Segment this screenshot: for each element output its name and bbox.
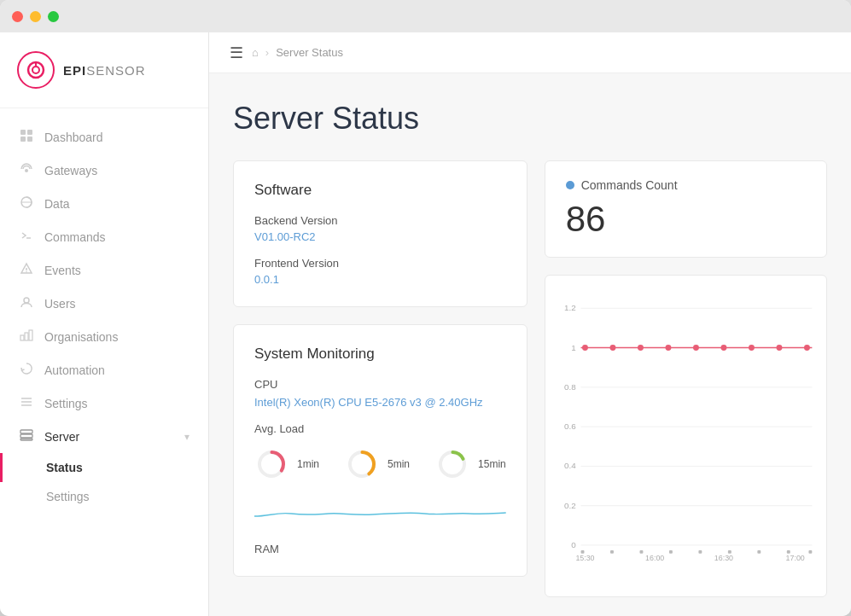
gauge-15min-label: 15min — [478, 458, 506, 470]
commands-chart-card: 1.2 1 0.8 0.6 0.4 0.2 0 — [545, 275, 827, 597]
left-column: Software Backend Version V01.00-RC2 Fron… — [233, 160, 528, 597]
server-settings-label: Settings — [46, 490, 90, 503]
main-content: ☰ ⌂ › Server Status Server Status Softwa… — [209, 32, 851, 616]
commands-label: Commands — [44, 230, 106, 244]
right-column: Commands Count 86 — [545, 160, 827, 597]
system-monitoring-card: System Monitoring CPU Intel(R) Xeon(R) C… — [233, 324, 528, 577]
server-caret-icon: ▾ — [184, 431, 189, 443]
svg-text:16:30: 16:30 — [714, 554, 733, 562]
svg-rect-22 — [20, 439, 32, 440]
page-area: Server Status Software Backend Version V… — [209, 73, 851, 616]
commands-count-label: Commands Count — [581, 178, 678, 192]
gauges-row: 1min 5min — [254, 447, 506, 481]
svg-rect-60 — [669, 550, 673, 554]
svg-text:16:00: 16:00 — [645, 554, 664, 562]
commands-icon — [19, 229, 34, 245]
sidebar-item-automation[interactable]: Automation — [0, 353, 208, 386]
sidebar-item-gateways[interactable]: Gateways — [0, 154, 208, 187]
gauge-15min: 15min — [435, 447, 506, 481]
gauge-5min-label: 5min — [388, 458, 410, 470]
frontend-value: 0.0.1 — [254, 273, 506, 286]
sidebar-item-settings[interactable]: Settings — [0, 386, 208, 420]
svg-rect-4 — [27, 130, 32, 135]
backend-value: V01.00-RC2 — [254, 230, 506, 243]
svg-text:17:00: 17:00 — [785, 554, 804, 562]
page-title: Server Status — [233, 101, 827, 137]
commands-count-card: Commands Count 86 — [545, 160, 827, 258]
home-icon[interactable]: ⌂ — [252, 46, 259, 59]
svg-point-48 — [693, 345, 699, 351]
svg-point-1 — [32, 67, 39, 73]
organisations-label: Organisations — [44, 330, 118, 344]
sidebar-item-commands[interactable]: Commands — [0, 220, 208, 253]
data-label: Data — [44, 197, 70, 211]
svg-text:1: 1 — [571, 343, 575, 352]
svg-rect-15 — [25, 333, 28, 340]
svg-text:15:30: 15:30 — [575, 554, 594, 562]
dashboard-icon — [19, 129, 34, 145]
breadcrumb-separator: › — [265, 46, 269, 59]
events-icon — [19, 262, 34, 278]
cpu-line-chart — [254, 495, 506, 529]
commands-dot — [566, 181, 574, 189]
events-label: Events — [44, 264, 81, 277]
sidebar-item-users[interactable]: Users — [0, 287, 208, 320]
sidebar: EPISENSOR Dashboard Gateways — [0, 32, 209, 616]
sidebar-item-data[interactable]: Data — [0, 187, 208, 220]
logo-area: EPISENSOR — [0, 32, 208, 108]
svg-point-51 — [776, 345, 782, 351]
svg-rect-21 — [20, 434, 32, 438]
software-card-title: Software — [254, 182, 506, 199]
sidebar-item-events[interactable]: Events — [0, 253, 208, 287]
automation-label: Automation — [44, 363, 105, 377]
svg-text:1.2: 1.2 — [564, 303, 576, 312]
server-label: Server — [44, 430, 79, 444]
frontend-label: Frontend Version — [254, 257, 506, 270]
gateways-icon — [19, 162, 34, 178]
breadcrumb: ⌂ › Server Status — [252, 46, 343, 59]
gauge-15min-arc — [435, 447, 469, 481]
svg-point-46 — [638, 345, 644, 351]
menu-toggle-button[interactable]: ☰ — [230, 44, 243, 62]
svg-text:0.8: 0.8 — [564, 382, 576, 392]
ram-label: RAM — [254, 543, 506, 555]
commands-count-value: 86 — [566, 199, 806, 240]
minimize-button[interactable] — [30, 11, 41, 22]
svg-rect-58 — [610, 550, 614, 554]
close-button[interactable] — [12, 11, 23, 22]
backend-label: Backend Version — [254, 214, 506, 227]
svg-text:0.2: 0.2 — [564, 501, 576, 510]
commands-chart-svg: 1.2 1 0.8 0.6 0.4 0.2 0 — [556, 289, 816, 579]
svg-point-7 — [25, 169, 28, 172]
sidebar-item-organisations[interactable]: Organisations — [0, 320, 208, 353]
svg-rect-5 — [20, 137, 26, 142]
svg-rect-57 — [580, 550, 584, 554]
svg-text:0.6: 0.6 — [564, 421, 576, 431]
svg-rect-61 — [698, 550, 702, 554]
svg-rect-64 — [787, 550, 790, 554]
svg-point-52 — [804, 345, 810, 351]
sidebar-item-dashboard[interactable]: Dashboard — [0, 120, 208, 154]
cpu-value: Intel(R) Xeon(R) CPU E5-2676 v3 @ 2.40GH… — [254, 396, 506, 409]
logo-icon — [17, 51, 55, 89]
organisations-icon — [19, 328, 34, 345]
svg-rect-20 — [20, 430, 32, 433]
gauge-5min: 5min — [345, 447, 410, 481]
automation-icon — [19, 362, 34, 378]
svg-point-49 — [720, 345, 726, 351]
svg-point-13 — [24, 298, 29, 303]
sidebar-item-server[interactable]: Server ▾ — [0, 420, 208, 453]
maximize-button[interactable] — [48, 11, 59, 22]
gauge-5min-arc — [345, 447, 379, 481]
avg-load-label: Avg. Load — [254, 422, 506, 435]
sidebar-item-status[interactable]: Status — [0, 453, 208, 482]
svg-rect-6 — [27, 137, 32, 142]
svg-rect-62 — [728, 550, 732, 554]
gauge-1min: 1min — [254, 447, 319, 481]
status-label: Status — [46, 461, 83, 474]
users-label: Users — [44, 297, 76, 311]
topbar: ☰ ⌂ › Server Status — [209, 32, 851, 73]
gauge-1min-arc — [254, 447, 289, 481]
content-grid: Software Backend Version V01.00-RC2 Fron… — [233, 160, 827, 597]
sidebar-item-server-settings[interactable]: Settings — [0, 482, 208, 511]
